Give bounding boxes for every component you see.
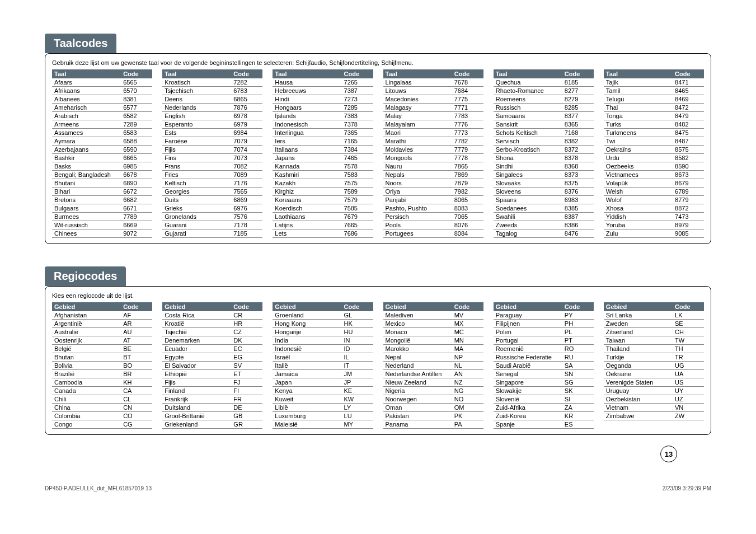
cell-name: Persisch: [383, 213, 452, 221]
table-row: English6978: [162, 112, 262, 120]
table-row: LibiëLY: [273, 404, 373, 412]
table-row: Serbo-Kroatisch8372: [494, 146, 594, 154]
cell-code: 6590: [121, 146, 152, 153]
table-row: ThailandTH: [604, 345, 704, 353]
cell-name: Afghanistan: [52, 311, 121, 319]
cell-code: 6582: [121, 112, 152, 120]
table-row: Keltisch7176: [162, 179, 262, 188]
cell-name: Bashkir: [52, 154, 121, 162]
cell-name: Rhaeto-Romance: [494, 87, 562, 95]
cell-name: Nepals: [383, 171, 452, 179]
cell-name: Groot-Brittanië: [162, 412, 231, 420]
cell-code: 7589: [342, 188, 373, 195]
cell-name: Welsh: [604, 188, 673, 195]
cell-name: Oman: [383, 404, 452, 411]
cell-code: ZW: [673, 412, 704, 420]
cell-name: Mexico: [383, 320, 452, 327]
cell-code: 8076: [452, 221, 483, 229]
cell-code: 8476: [562, 229, 594, 237]
table-row: Guarani7178: [162, 221, 262, 229]
cell-code: 6678: [121, 171, 152, 179]
cell-name: Quechua: [494, 78, 562, 86]
header-code: Code: [673, 69, 704, 78]
column-header: GebiedCode: [162, 302, 262, 311]
cell-name: Wit-russisch: [52, 221, 121, 229]
cell-code: 6983: [562, 196, 594, 204]
table-row: PakistanPK: [383, 412, 483, 420]
cell-code: 6978: [231, 112, 262, 120]
regiocodes-intro: Kies een regiocode uit de lijst.: [52, 292, 704, 299]
cell-name: Kroatisch: [162, 78, 231, 86]
cell-code: 7775: [452, 95, 483, 103]
cell-name: Tajik: [604, 78, 673, 86]
cell-code: EC: [231, 345, 262, 353]
cell-name: Slovenië: [494, 395, 562, 403]
cell-code: 6890: [121, 179, 152, 187]
cell-code: 7165: [342, 137, 373, 145]
cell-name: Malay: [383, 112, 452, 120]
table-row: CanadaCA: [52, 387, 152, 395]
table-row: Ijslands7383: [273, 112, 373, 120]
cell-name: Hong Kong: [273, 320, 341, 327]
cell-code: 6577: [121, 104, 152, 111]
table-row: Kashmiri7583: [273, 171, 373, 179]
cell-name: Luxemburg: [273, 412, 341, 420]
cell-code: 7578: [342, 162, 373, 170]
header-name: Taal: [604, 69, 673, 78]
table-row: OegandaUG: [604, 362, 704, 370]
cell-name: Noorwegen: [383, 395, 452, 403]
cell-code: 7073: [231, 154, 262, 162]
table-row: Rhaeto-Romance8277: [494, 87, 594, 95]
header-name: Gebied: [383, 302, 452, 311]
cell-name: Australië: [52, 328, 121, 336]
table-row: OostenrijkAT: [52, 336, 152, 345]
cell-code: FI: [231, 387, 262, 395]
table-row: Nieuw ZeelandNZ: [383, 378, 483, 387]
cell-code: AN: [452, 370, 483, 378]
cell-code: 7065: [452, 213, 483, 221]
cell-code: 8386: [562, 221, 594, 229]
cell-code: 8382: [562, 137, 594, 145]
table-row: NoorwegenNO: [383, 395, 483, 404]
table-row: Armeens7289: [52, 120, 152, 129]
table-column: GebiedCodeSri LankaLKZwedenSEZitserlandC…: [604, 302, 704, 429]
cell-name: Singalees: [494, 171, 562, 179]
cell-code: NO: [452, 395, 483, 403]
cell-name: Kirghiz: [273, 188, 341, 195]
table-row: Hong KongHK: [273, 320, 373, 328]
cell-name: Zweeds: [494, 221, 562, 229]
regiocodes-columns: GebiedCodeAfghanistanAFArgentiniëARAustr…: [52, 302, 704, 429]
table-column: GebiedCodeMaledivenMVMexicoMXMonacoMCMon…: [383, 302, 483, 429]
cell-name: Turks: [604, 120, 673, 128]
cell-name: Nauru: [383, 162, 452, 170]
table-row: AfghanistanAF: [52, 311, 152, 320]
cell-name: Ethiopië: [162, 370, 231, 378]
cell-name: Fries: [162, 171, 231, 179]
cell-code: 7879: [452, 179, 483, 187]
table-row: Duits6869: [162, 196, 262, 204]
cell-code: GB: [231, 412, 262, 420]
table-row: Tonga8479: [604, 112, 704, 120]
cell-name: Polen: [494, 328, 562, 336]
cell-name: Paraguay: [494, 311, 562, 319]
cell-code: KW: [342, 395, 373, 403]
table-column: GebiedCodeAfghanistanAFArgentiniëARAustr…: [52, 302, 152, 429]
cell-code: MV: [452, 311, 483, 319]
table-row: TsjechiëCZ: [162, 328, 262, 336]
table-row: IndiaIN: [273, 336, 373, 345]
cell-code: TW: [673, 336, 704, 344]
cell-name: Nepal: [383, 353, 452, 361]
cell-code: 6671: [121, 204, 152, 212]
cell-name: Sindhi: [494, 162, 562, 170]
table-row: Koreaans7579: [273, 196, 373, 204]
column-header: TaalCode: [162, 69, 262, 78]
table-row: Basks6985: [52, 162, 152, 171]
table-row: Zuid-AfrikaZA: [494, 404, 594, 412]
taalcodes-intro: Gebruik deze lijst om uw gewenste taal v…: [52, 59, 704, 66]
cell-name: Bulgaars: [52, 204, 121, 212]
cell-name: Laothiaans: [273, 213, 341, 221]
cell-code: 8385: [562, 204, 594, 212]
table-column: GebiedCodeGroenlandGLHong KongHKHongarij…: [273, 302, 373, 429]
table-row: Bulgaars6671: [52, 204, 152, 213]
cell-code: 7684: [452, 87, 483, 95]
